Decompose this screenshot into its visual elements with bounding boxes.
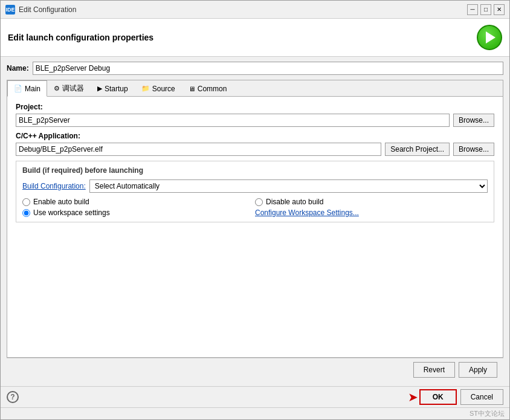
- apply-button[interactable]: Apply: [459, 362, 497, 378]
- enable-auto-build-label: Enable auto build: [33, 198, 89, 206]
- configure-workspace-link[interactable]: Configure Workspace Settings...: [255, 208, 359, 217]
- build-section: Build (if required) before launching Bui…: [16, 161, 494, 222]
- startup-tab-icon: ▶: [97, 85, 102, 92]
- name-input[interactable]: [33, 62, 503, 75]
- minimize-button[interactable]: ─: [467, 4, 478, 15]
- project-label: Project:: [16, 103, 494, 111]
- name-row: Name:: [7, 62, 503, 75]
- tab-main-label: Main: [25, 85, 40, 93]
- radio-group: Enable auto build Disable auto build Use…: [22, 198, 488, 217]
- build-config-row: Build Configuration: Select Automaticall…: [22, 179, 488, 193]
- content-area: Name: 📄 Main ⚙ 调试器 ▶ St: [1, 57, 509, 386]
- disable-auto-build-radio[interactable]: [255, 198, 263, 206]
- tab-startup-label: Startup: [105, 85, 128, 93]
- disable-auto-build-item: Disable auto build: [255, 198, 488, 206]
- common-tab-icon: 🖥: [189, 85, 195, 92]
- page-title: Edit launch configuration properties: [8, 33, 153, 42]
- window-controls: ─ □ ✕: [467, 4, 505, 15]
- tab-common-label: Common: [198, 85, 227, 93]
- main-panel: 📄 Main ⚙ 调试器 ▶ Startup 📁 Source: [7, 80, 503, 358]
- bottom-bar: Revert Apply: [7, 358, 503, 381]
- source-tab-icon: 📁: [141, 85, 150, 92]
- use-workspace-label: Use workspace settings: [33, 208, 110, 217]
- content-wrapper: Name: 📄 Main ⚙ 调试器 ▶ St: [7, 62, 503, 381]
- close-button[interactable]: ✕: [494, 4, 505, 15]
- run-button[interactable]: [477, 25, 502, 50]
- tab-main[interactable]: 📄 Main: [7, 80, 47, 97]
- header-area: Edit launch configuration properties: [1, 19, 509, 57]
- use-workspace-radio[interactable]: [22, 209, 30, 217]
- ok-button[interactable]: OK: [419, 389, 457, 405]
- tab-common[interactable]: 🖥 Common: [182, 80, 234, 96]
- window-title: Edit Configuration: [19, 5, 76, 14]
- footer-bar: ? ➤ OK Cancel: [1, 386, 509, 407]
- project-group: Project: Browse...: [16, 103, 494, 127]
- revert-button[interactable]: Revert: [413, 362, 455, 378]
- tab-debug-label: 调试器: [62, 83, 84, 94]
- panel-content: Project: Browse... C/C++ Application: Se…: [7, 97, 503, 228]
- debug-tab-icon: ⚙: [54, 85, 60, 92]
- app-group: C/C++ Application: Search Project... Bro…: [16, 132, 494, 156]
- arrow-icon: ➤: [408, 390, 418, 404]
- use-workspace-item: Use workspace settings: [22, 208, 255, 217]
- tab-source[interactable]: 📁 Source: [135, 80, 182, 96]
- search-project-button[interactable]: Search Project...: [385, 143, 450, 156]
- main-tab-icon: 📄: [14, 85, 22, 92]
- project-input[interactable]: [16, 114, 450, 127]
- disable-auto-build-label: Disable auto build: [266, 198, 323, 206]
- app-row: Search Project... Browse...: [16, 143, 494, 156]
- build-config-select[interactable]: Select Automatically Debug Release: [89, 179, 488, 193]
- app-input[interactable]: [16, 143, 381, 156]
- enable-auto-build-radio[interactable]: [22, 198, 30, 206]
- maximize-button[interactable]: □: [480, 4, 491, 15]
- main-window: IDE Edit Configuration ─ □ ✕ Edit launch…: [0, 0, 510, 420]
- app-browse-button[interactable]: Browse...: [453, 143, 494, 156]
- title-bar-left: IDE Edit Configuration: [5, 5, 76, 15]
- configure-workspace-item: Configure Workspace Settings...: [255, 208, 488, 217]
- tab-debug[interactable]: ⚙ 调试器: [47, 80, 91, 96]
- enable-auto-build-item: Enable auto build: [22, 198, 255, 206]
- build-section-title: Build (if required) before launching: [22, 166, 488, 175]
- watermark: ST中文论坛: [470, 410, 505, 417]
- build-config-link[interactable]: Build Configuration:: [22, 182, 86, 190]
- project-row: Browse...: [16, 114, 494, 127]
- run-icon: [486, 31, 495, 44]
- tab-startup[interactable]: ▶ Startup: [91, 80, 135, 96]
- help-button[interactable]: ?: [7, 391, 19, 403]
- project-browse-button[interactable]: Browse...: [453, 114, 494, 127]
- tabs-bar: 📄 Main ⚙ 调试器 ▶ Startup 📁 Source: [7, 80, 503, 97]
- app-label: C/C++ Application:: [16, 132, 494, 140]
- app-icon: IDE: [5, 5, 15, 15]
- cancel-button[interactable]: Cancel: [460, 389, 503, 405]
- name-label: Name:: [7, 64, 29, 73]
- tab-source-label: Source: [152, 85, 175, 93]
- ok-cancel-row: ➤ OK Cancel: [408, 389, 503, 405]
- title-bar: IDE Edit Configuration ─ □ ✕: [1, 1, 509, 19]
